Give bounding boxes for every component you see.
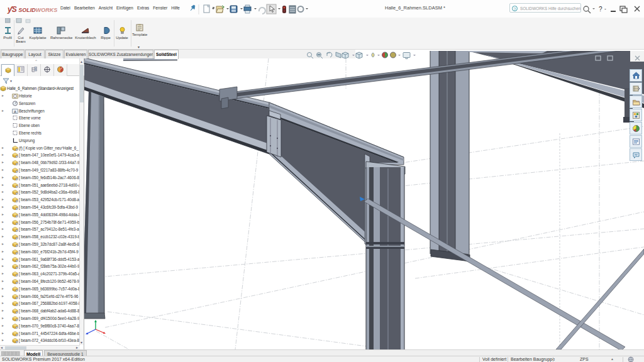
svg-text:?: ? bbox=[599, 6, 602, 13]
svg-text:A: A bbox=[14, 109, 16, 113]
